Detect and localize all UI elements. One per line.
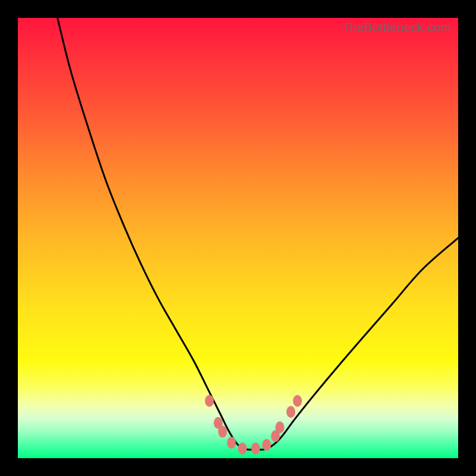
trough-marker	[227, 437, 236, 449]
trough-marker	[286, 406, 295, 418]
trough-marker-group	[205, 395, 302, 455]
trough-marker	[275, 421, 284, 433]
trough-marker	[238, 443, 247, 455]
trough-marker	[205, 395, 214, 407]
trough-marker	[251, 443, 260, 455]
curve-layer	[18, 18, 458, 458]
trough-marker	[218, 426, 227, 438]
plot-area: TheBottleneck.com	[18, 18, 458, 458]
trough-marker	[262, 439, 271, 451]
bottleneck-curve-path	[58, 18, 458, 450]
chart-frame: TheBottleneck.com	[0, 0, 476, 476]
trough-marker	[293, 395, 302, 407]
